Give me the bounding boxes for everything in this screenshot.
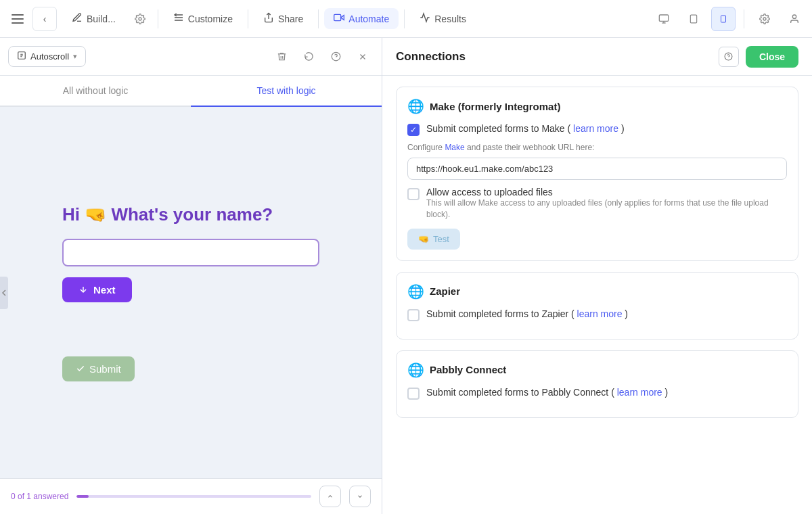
- nav-right: [652, 7, 807, 31]
- make-learn-more-link[interactable]: learn more: [573, 123, 618, 134]
- build-icon: [72, 12, 83, 25]
- zapier-globe-icon: 🌐: [407, 283, 424, 300]
- svg-point-3: [139, 18, 141, 20]
- pabbly-learn-more-link[interactable]: learn more: [617, 387, 662, 398]
- right-panel: Connections Close 🌐 Make (formerly Integ…: [382, 38, 812, 514]
- make-webhook-input[interactable]: [407, 158, 787, 180]
- make-file-access-desc: This will allow Make access to any uploa…: [426, 197, 787, 220]
- left-panel: Autoscroll ▾ All without logic Te: [0, 38, 382, 514]
- back-button[interactable]: ‹: [32, 7, 57, 31]
- results-icon: [420, 12, 430, 25]
- make-file-access-checkbox[interactable]: [407, 188, 420, 200]
- zapier-integration-card: 🌐 Zapier Submit completed forms to Zapie…: [396, 272, 798, 340]
- svg-point-13: [763, 18, 766, 20]
- autoscroll-chevron-icon: ▾: [73, 52, 77, 61]
- tab-results[interactable]: Results: [410, 8, 476, 29]
- tab-automate[interactable]: Automate: [324, 8, 399, 29]
- settings-icon[interactable]: [752, 7, 777, 31]
- tab-test-with-logic[interactable]: Test with logic: [191, 76, 382, 106]
- zapier-integration-header: 🌐 Zapier: [407, 283, 787, 300]
- connections-help-button[interactable]: [719, 47, 739, 67]
- left-toolbar: Autoscroll ▾: [0, 38, 382, 76]
- main-layout: Autoscroll ▾ All without logic Te: [0, 38, 812, 514]
- hamburger-menu[interactable]: [5, 7, 30, 31]
- close-toolbar-icon[interactable]: [352, 46, 374, 68]
- delete-toolbar-icon[interactable]: [271, 46, 292, 68]
- connections-header: Connections Close: [382, 38, 812, 76]
- profile-icon[interactable]: [782, 7, 807, 31]
- form-question: Hi 🤜 What's your name?: [62, 204, 319, 225]
- svg-rect-0: [12, 14, 24, 16]
- make-test-icon: 🤜: [418, 234, 429, 244]
- nav-up-button[interactable]: [319, 486, 341, 507]
- make-submit-label: Submit completed forms to Make ( learn m…: [426, 122, 625, 135]
- autoscroll-button[interactable]: Autoscroll ▾: [8, 46, 86, 67]
- pabbly-integration-card: 🌐 Pabbly Connect Submit completed forms …: [396, 350, 798, 418]
- automate-icon: [334, 12, 344, 25]
- tab-all-without-logic[interactable]: All without logic: [0, 76, 191, 106]
- nav-down-button[interactable]: [349, 486, 371, 507]
- make-integration-header: 🌐 Make (formerly Integromat): [407, 98, 787, 114]
- tab-build[interactable]: Build...: [62, 8, 125, 29]
- zapier-learn-more-link[interactable]: learn more: [577, 308, 623, 319]
- make-globe-icon: 🌐: [407, 98, 424, 114]
- share-icon: [263, 12, 274, 25]
- progress-fill: [76, 495, 88, 498]
- progress-bar: [76, 495, 311, 498]
- svg-point-14: [792, 15, 796, 18]
- make-submit-row: Submit completed forms to Make ( learn m…: [407, 122, 787, 136]
- form-submit-button[interactable]: Submit: [62, 356, 135, 381]
- pabbly-submit-row: Submit completed forms to Pabbly Connect…: [407, 386, 787, 400]
- svg-rect-6: [659, 15, 668, 21]
- undo-toolbar-icon[interactable]: [298, 46, 319, 68]
- form-card: Hi 🤜 What's your name? Next Submit: [62, 204, 319, 381]
- form-next-button[interactable]: Next: [62, 277, 132, 302]
- top-nav: ‹ Build... Customize Share Automate Resu: [0, 0, 812, 38]
- zapier-submit-row: Submit completed forms to Zapier ( learn…: [407, 308, 787, 321]
- autoscroll-icon: [17, 51, 26, 62]
- connections-title: Connections: [396, 50, 719, 64]
- desktop-view-btn[interactable]: [652, 7, 676, 31]
- divider-2: [248, 9, 248, 28]
- divider-5: [744, 9, 744, 28]
- svg-rect-1: [12, 18, 24, 20]
- divider-1: [158, 9, 158, 28]
- make-configure-link[interactable]: Make: [445, 143, 464, 152]
- left-edge-tab[interactable]: [0, 277, 8, 309]
- zapier-submit-checkbox[interactable]: [407, 309, 420, 321]
- svg-rect-2: [12, 22, 24, 24]
- connections-close-button[interactable]: Close: [746, 46, 798, 68]
- form-tabs: All without logic Test with logic: [0, 76, 382, 107]
- tab-share[interactable]: Share: [254, 8, 313, 29]
- customize-icon: [173, 12, 184, 25]
- pabbly-globe-icon: 🌐: [407, 362, 424, 378]
- divider-4: [404, 9, 405, 28]
- svg-rect-5: [334, 14, 341, 20]
- mobile-view-btn[interactable]: [711, 7, 736, 31]
- build-gear-icon[interactable]: [128, 7, 152, 31]
- make-test-button[interactable]: 🤜 Test: [407, 229, 460, 250]
- make-file-access-label: Allow access to uploaded files: [426, 187, 787, 197]
- form-name-input[interactable]: [62, 239, 319, 266]
- make-file-access-row: Allow access to uploaded files This will…: [407, 187, 787, 220]
- tab-customize[interactable]: Customize: [164, 8, 242, 29]
- connections-body: 🌐 Make (formerly Integromat) Submit comp…: [382, 76, 812, 514]
- tablet-view-btn[interactable]: [681, 7, 706, 31]
- make-integration-card: 🌐 Make (formerly Integromat) Submit comp…: [396, 87, 798, 261]
- form-bottom-bar: 0 of 1 answered: [0, 478, 382, 514]
- pabbly-submit-checkbox[interactable]: [407, 388, 420, 400]
- form-preview: Hi 🤜 What's your name? Next Submit: [0, 107, 382, 478]
- help-toolbar-icon[interactable]: [325, 46, 346, 68]
- make-submit-checkbox[interactable]: [407, 124, 420, 136]
- make-configure-text: Configure Make and paste their webhook U…: [407, 143, 787, 152]
- divider-3: [318, 9, 319, 28]
- answered-count: 0 of 1 answered: [11, 492, 68, 501]
- pabbly-integration-header: 🌐 Pabbly Connect: [407, 362, 787, 378]
